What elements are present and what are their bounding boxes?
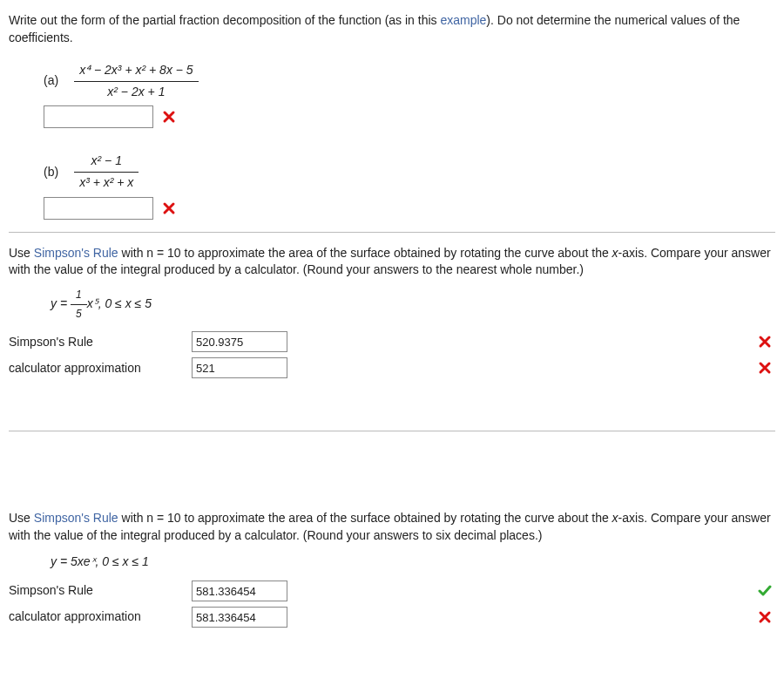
simpsons-rule-link[interactable]: Simpson's Rule: [34, 246, 118, 260]
q2-mid: with n = 10 to approximate the area of t…: [9, 246, 771, 277]
question-simpson-2: Use Simpson's Rule with n = 10 to approx…: [9, 510, 775, 628]
simpsons-rule-link[interactable]: Simpson's Rule: [34, 511, 118, 525]
calculator-input[interactable]: [192, 357, 287, 378]
frac-b-denominator: x³ + x² + x: [74, 173, 139, 192]
equation-q3: y = 5xeˣ, 0 ≤ x ≤ 1: [51, 553, 775, 571]
wrong-icon: [758, 361, 772, 375]
wrong-icon: [758, 335, 772, 349]
q3-pre: Use: [9, 511, 34, 525]
simpsons-rule-input[interactable]: [192, 331, 287, 352]
fraction-1-5: 15: [71, 288, 87, 322]
instruction-text: Write out the form of the partial fracti…: [9, 12, 775, 46]
simpsons-rule-label: Simpson's Rule: [9, 334, 183, 351]
frac-a-numerator: x⁴ − 2x³ + x² + 8x − 5: [74, 62, 199, 82]
answer-input-a[interactable]: [44, 105, 153, 128]
part-a-label: (a): [44, 72, 58, 90]
simpsons-rule-label: Simpson's Rule: [9, 582, 183, 600]
simpsons-rule-input[interactable]: [192, 581, 287, 601]
divider: [9, 431, 775, 431]
fraction-b: x² − 1 x³ + x² + x: [74, 153, 139, 191]
answer-grid-q3: Simpson's Rule calculator approximation: [9, 581, 775, 628]
part-b: (b) x² − 1 x³ + x² + x: [44, 153, 775, 219]
answer-input-b[interactable]: [44, 197, 153, 220]
q2-pre: Use: [9, 246, 34, 260]
equation-q2: y = 15x⁵, 0 ≤ x ≤ 5: [51, 288, 775, 322]
answer-grid-q2: Simpson's Rule calculator approximation: [9, 331, 775, 378]
fraction-a: x⁴ − 2x³ + x² + 8x − 5 x² − 2x + 1: [74, 62, 199, 100]
divider: [9, 232, 775, 233]
correct-icon: [758, 584, 772, 598]
part-b-label: (b): [44, 164, 58, 181]
question-partial-fractions: Write out the form of the partial fracti…: [9, 12, 775, 220]
calculator-input[interactable]: [192, 607, 287, 628]
question-simpson-1: Use Simpson's Rule with n = 10 to approx…: [9, 245, 775, 379]
instruction-pre: Write out the form of the partial fracti…: [9, 13, 440, 27]
instruction-text: Use Simpson's Rule with n = 10 to approx…: [9, 510, 775, 544]
wrong-icon: [162, 110, 176, 124]
calculator-label: calculator approximation: [9, 608, 183, 626]
frac-b-numerator: x² − 1: [74, 153, 139, 173]
instruction-text: Use Simpson's Rule with n = 10 to approx…: [9, 245, 775, 279]
wrong-icon: [758, 610, 772, 624]
part-a: (a) x⁴ − 2x³ + x² + 8x − 5 x² − 2x + 1: [44, 62, 775, 128]
example-link[interactable]: example: [440, 13, 486, 27]
frac-a-denominator: x² − 2x + 1: [74, 82, 199, 101]
q3-mid: with n = 10 to approximate the area of t…: [9, 511, 771, 542]
wrong-icon: [162, 201, 176, 215]
spacer: [9, 444, 775, 505]
calculator-label: calculator approximation: [9, 360, 183, 377]
